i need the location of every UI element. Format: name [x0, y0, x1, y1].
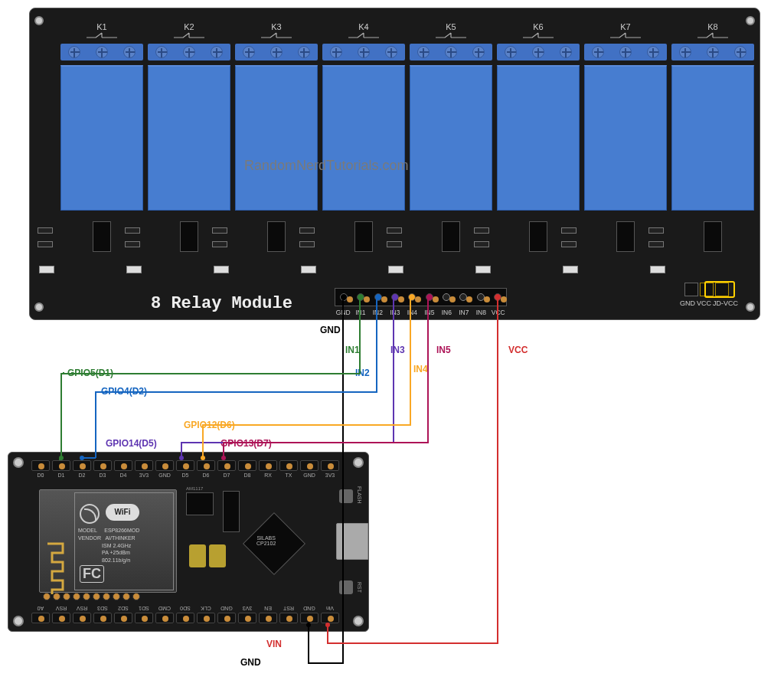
wire-label-in4: IN4	[413, 364, 428, 374]
antenna-icon	[46, 542, 67, 596]
mount-hole-icon	[746, 16, 755, 25]
relay-label: K3	[271, 22, 281, 31]
gpio-label-d2: GPIO4(D2)	[101, 386, 147, 397]
capacitor-icon	[189, 544, 206, 567]
relay-label: K6	[533, 22, 543, 31]
esp-gnd-label: GND	[240, 657, 261, 668]
espressif-logo-icon	[80, 504, 100, 524]
mount-hole-icon	[13, 616, 24, 626]
relay-row: K1 K2 K3 K4 K5	[60, 44, 754, 211]
flash-label: FLASH	[357, 486, 362, 504]
gpio-label-d6: GPIO12(D6)	[184, 420, 235, 430]
relay-label: K7	[620, 22, 630, 31]
wire-label-vcc: VCC	[508, 345, 528, 355]
pin-labels-top: D0 D1 D2 D3 D4 3V3 GND D5 D6 D7 D8 RX TX…	[31, 472, 339, 478]
relay-unit-4: K4	[322, 44, 405, 211]
gpio-label-d5: GPIO14(D5)	[106, 438, 157, 449]
relay-label: K1	[96, 22, 106, 31]
esp8266-board: D0 D1 D2 D3 D4 3V3 GND D5 D6 D7 D8 RX TX…	[8, 452, 369, 632]
pin-row-bottom	[31, 613, 339, 623]
fc-logo-icon: FC	[80, 565, 104, 583]
relay-label: K2	[184, 22, 194, 31]
usb-chip-text: SILABS CP2102	[256, 535, 276, 546]
watermark-text: RandomNerdTutorials.com	[244, 158, 408, 174]
optocoupler-row	[60, 221, 754, 257]
mount-hole-icon	[34, 302, 44, 312]
mount-hole-icon	[746, 302, 755, 312]
terminal-block-icon	[60, 44, 143, 60]
relay-label: K4	[358, 22, 368, 31]
vreg-label: AM1117	[186, 486, 203, 491]
wire-label-in2: IN2	[355, 368, 370, 378]
mount-hole-icon	[34, 16, 44, 25]
wire-label-in5: IN5	[436, 345, 451, 355]
esp-vin-label: VIN	[266, 639, 282, 649]
relay-module-board: K1 K2 K3 K4 K5	[29, 8, 760, 320]
relay-unit-3: K3	[235, 44, 318, 211]
chip-text: MODEL ESP8266MOD VENDOR AI/THINKER ISM 2…	[78, 527, 139, 564]
relay-label: K8	[707, 22, 717, 31]
usb-port-icon	[336, 523, 368, 560]
relay-unit-1: K1	[60, 44, 143, 211]
mount-hole-icon	[353, 457, 364, 468]
relay-unit-8: K8	[671, 44, 754, 211]
chip-icon	[223, 491, 240, 532]
input-pin-header	[335, 288, 507, 306]
jumper-labels: GND VCC JD-VCC	[680, 299, 738, 307]
wire-label-gnd: GND	[320, 325, 341, 335]
relay-body-icon	[60, 65, 143, 211]
mount-hole-icon	[353, 616, 364, 626]
pin-row-top	[31, 460, 339, 471]
input-pin-labels: GND IN1 IN2 IN3 IN4 IN5 IN6 IN7 IN8 VCC	[335, 309, 507, 316]
relay-unit-2: K2	[148, 44, 230, 211]
pin-labels-bottom: A0 RSV RSV SD3 SD2 SD1 CMD SD0 CLK GND 3…	[31, 606, 339, 611]
relay-label: K5	[446, 22, 456, 31]
capacitor-icon	[209, 544, 226, 567]
mount-hole-icon	[13, 457, 24, 468]
rst-label: RST	[357, 582, 362, 593]
wire-label-in1: IN1	[345, 345, 360, 355]
wifi-logo-icon: WiFi	[106, 504, 139, 521]
relay-unit-5: K5	[410, 44, 492, 211]
esp-module-icon: WiFi MODEL ESP8266MOD VENDOR AI/THINKER …	[39, 489, 177, 593]
module-title: 8 Relay Module	[151, 294, 292, 313]
flash-button-icon	[339, 489, 353, 503]
relay-unit-6: K6	[497, 44, 580, 211]
gpio-label-d1: GPIO5(D1)	[67, 368, 113, 378]
wire-label-in3: IN3	[390, 345, 405, 355]
relay-unit-7: K7	[584, 44, 667, 211]
voltage-regulator-icon	[186, 492, 214, 515]
gpio-label-d7: GPIO13(D7)	[220, 438, 272, 449]
reset-button-icon	[339, 580, 353, 594]
solder-pads	[43, 593, 140, 600]
